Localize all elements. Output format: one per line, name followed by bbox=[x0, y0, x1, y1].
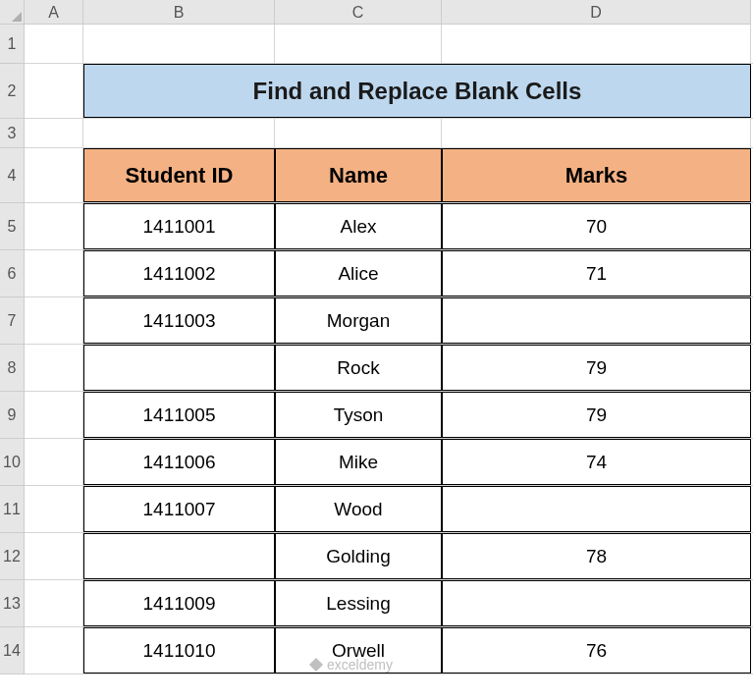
cell-a4[interactable] bbox=[25, 148, 83, 202]
cell-name[interactable]: Rock bbox=[275, 345, 442, 391]
column-headers: A B C D bbox=[25, 0, 751, 25]
cell-student-id[interactable]: 1411001 bbox=[83, 203, 275, 249]
row-header-13[interactable]: 13 bbox=[0, 580, 25, 627]
cell-marks[interactable] bbox=[442, 580, 751, 626]
cell-name[interactable]: Orwell bbox=[275, 627, 442, 673]
row-header-6[interactable]: 6 bbox=[0, 250, 25, 297]
cell-b3[interactable] bbox=[83, 119, 275, 147]
row-header-3[interactable]: 3 bbox=[0, 119, 25, 148]
cell-a14[interactable] bbox=[25, 627, 83, 673]
cell-student-id[interactable] bbox=[83, 345, 275, 391]
spreadsheet: A B C D 1 2 3 4 5 6 7 8 9 10 11 12 13 14 bbox=[0, 0, 753, 700]
cell-marks[interactable]: 70 bbox=[442, 203, 751, 249]
header-student-id[interactable]: Student ID bbox=[83, 148, 275, 202]
row-header-8[interactable]: 8 bbox=[0, 345, 25, 392]
cell-student-id[interactable]: 1411006 bbox=[83, 439, 275, 485]
row-header-2[interactable]: 2 bbox=[0, 64, 25, 119]
table-row: 1411001 Alex 70 bbox=[25, 203, 753, 250]
cell-a2[interactable] bbox=[25, 64, 83, 118]
cell-a12[interactable] bbox=[25, 533, 83, 579]
cell-a1[interactable] bbox=[25, 25, 83, 63]
cell-name[interactable]: Alice bbox=[275, 250, 442, 296]
cell-a8[interactable] bbox=[25, 345, 83, 391]
cell-a7[interactable] bbox=[25, 297, 83, 344]
cell-a9[interactable] bbox=[25, 392, 83, 438]
cell-b1[interactable] bbox=[83, 25, 275, 63]
row-header-1[interactable]: 1 bbox=[0, 25, 25, 64]
select-all-corner[interactable] bbox=[0, 0, 25, 25]
table-row: 1411009 Lessing bbox=[25, 580, 753, 627]
row-header-11[interactable]: 11 bbox=[0, 486, 25, 533]
cell-c1[interactable] bbox=[275, 25, 442, 63]
table-row: 1411007 Wood bbox=[25, 486, 753, 533]
header-marks[interactable]: Marks bbox=[442, 148, 751, 202]
cell-student-id[interactable]: 1411010 bbox=[83, 627, 275, 673]
cell-a10[interactable] bbox=[25, 439, 83, 485]
cell-student-id[interactable]: 1411005 bbox=[83, 392, 275, 438]
table-row: 1411003 Morgan bbox=[25, 297, 753, 345]
cell-marks[interactable]: 78 bbox=[442, 533, 751, 579]
cell-student-id[interactable]: 1411003 bbox=[83, 297, 275, 344]
cell-marks[interactable]: 71 bbox=[442, 250, 751, 296]
cell-student-id[interactable]: 1411002 bbox=[83, 250, 275, 296]
row-header-4[interactable]: 4 bbox=[0, 148, 25, 203]
cells-area: Find and Replace Blank Cells Student ID … bbox=[25, 25, 753, 700]
cell-name[interactable]: Tyson bbox=[275, 392, 442, 438]
cell-marks[interactable]: 74 bbox=[442, 439, 751, 485]
cell-marks[interactable] bbox=[442, 486, 751, 532]
row-header-5[interactable]: 5 bbox=[0, 203, 25, 250]
cell-student-id[interactable] bbox=[83, 533, 275, 579]
col-header-c[interactable]: C bbox=[275, 0, 442, 25]
row-header-9[interactable]: 9 bbox=[0, 392, 25, 439]
cell-a5[interactable] bbox=[25, 203, 83, 249]
cell-d3[interactable] bbox=[442, 119, 751, 147]
row-header-14[interactable]: 14 bbox=[0, 627, 25, 674]
col-header-d[interactable]: D bbox=[442, 0, 751, 25]
table-row: 1411002 Alice 71 bbox=[25, 250, 753, 297]
row-header-12[interactable]: 12 bbox=[0, 533, 25, 580]
cell-c3[interactable] bbox=[275, 119, 442, 147]
cell-name[interactable]: Morgan bbox=[275, 297, 442, 344]
title-cell[interactable]: Find and Replace Blank Cells bbox=[83, 64, 751, 118]
header-name[interactable]: Name bbox=[275, 148, 442, 202]
cell-a13[interactable] bbox=[25, 580, 83, 626]
cell-name[interactable]: Lessing bbox=[275, 580, 442, 626]
col-header-b[interactable]: B bbox=[83, 0, 275, 25]
cell-name[interactable]: Golding bbox=[275, 533, 442, 579]
cell-marks[interactable]: 76 bbox=[442, 627, 751, 673]
cell-name[interactable]: Wood bbox=[275, 486, 442, 532]
row-header-10[interactable]: 10 bbox=[0, 439, 25, 486]
cell-name[interactable]: Mike bbox=[275, 439, 442, 485]
cell-a11[interactable] bbox=[25, 486, 83, 532]
row-header-7[interactable]: 7 bbox=[0, 297, 25, 345]
cell-marks[interactable]: 79 bbox=[442, 392, 751, 438]
table-row: 1411006 Mike 74 bbox=[25, 439, 753, 486]
cell-name[interactable]: Alex bbox=[275, 203, 442, 249]
cell-a6[interactable] bbox=[25, 250, 83, 296]
table-row: Golding 78 bbox=[25, 533, 753, 580]
table-row: 1411010 Orwell 76 bbox=[25, 627, 753, 674]
cell-d1[interactable] bbox=[442, 25, 751, 63]
cell-marks[interactable]: 79 bbox=[442, 345, 751, 391]
row-headers: 1 2 3 4 5 6 7 8 9 10 11 12 13 14 bbox=[0, 25, 25, 700]
cell-student-id[interactable]: 1411009 bbox=[83, 580, 275, 626]
table-row: 1411005 Tyson 79 bbox=[25, 392, 753, 439]
cell-student-id[interactable]: 1411007 bbox=[83, 486, 275, 532]
cell-marks[interactable] bbox=[442, 297, 751, 344]
cell-a3[interactable] bbox=[25, 119, 83, 147]
table-row: Rock 79 bbox=[25, 345, 753, 392]
col-header-a[interactable]: A bbox=[25, 0, 83, 25]
